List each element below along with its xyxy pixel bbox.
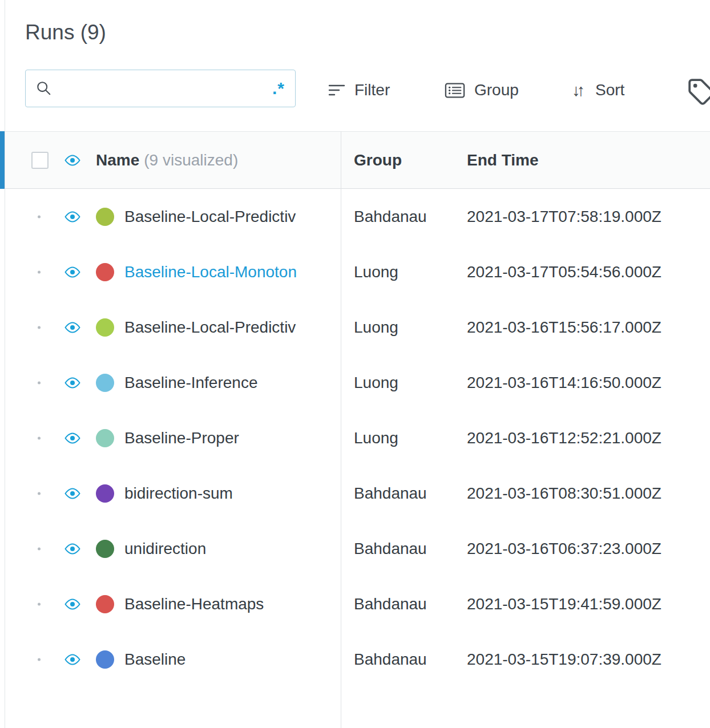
run-end-time: 2021-03-17T07:58:19.000Z xyxy=(467,208,661,226)
sort-button[interactable]: ↓↑ Sort xyxy=(572,74,624,106)
sort-icon: ↓↑ xyxy=(572,81,582,100)
visibility-toggle-icon[interactable] xyxy=(64,653,81,665)
run-end-time: 2021-03-15T19:41:59.000Z xyxy=(467,595,661,613)
run-group: Luong xyxy=(354,263,398,281)
run-row[interactable]: Baseline-Local-Predictiv Luong 2021-03-1… xyxy=(5,300,710,355)
run-group: Luong xyxy=(354,318,398,337)
run-name[interactable]: unidirection xyxy=(124,540,341,558)
run-name[interactable]: Baseline-Local-Monoton xyxy=(124,263,341,281)
group-icon xyxy=(445,83,465,98)
filter-button[interactable]: Filter xyxy=(328,74,390,106)
drag-handle-dot[interactable] xyxy=(38,436,41,439)
visibility-all-icon[interactable] xyxy=(64,154,81,166)
page-title: Runs (9) xyxy=(25,21,106,45)
run-name[interactable]: Baseline-Inference xyxy=(124,374,341,392)
visibility-toggle-icon[interactable] xyxy=(64,432,81,444)
group-button[interactable]: Group xyxy=(445,74,519,106)
run-name[interactable]: Baseline-Local-Predictiv xyxy=(124,318,341,337)
run-group: Luong xyxy=(354,374,398,392)
drag-handle-dot[interactable] xyxy=(38,492,41,495)
regex-toggle-icon[interactable]: .* xyxy=(272,80,285,97)
drag-handle-dot[interactable] xyxy=(38,547,41,550)
run-end-time: 2021-03-15T19:07:39.000Z xyxy=(467,650,661,669)
run-group: Bahdanau xyxy=(354,650,427,669)
run-name[interactable]: Baseline-Heatmaps xyxy=(124,595,341,613)
run-group: Luong xyxy=(354,429,398,447)
visualized-count: (9 visualized) xyxy=(144,151,238,169)
run-name[interactable]: bidirection-sum xyxy=(124,484,341,503)
run-end-time: 2021-03-16T12:52:21.000Z xyxy=(467,429,661,447)
run-color-dot xyxy=(96,429,114,447)
drag-handle-dot[interactable] xyxy=(38,326,41,329)
drag-handle-dot[interactable] xyxy=(38,215,41,218)
run-color-dot xyxy=(96,595,114,613)
visibility-toggle-icon[interactable] xyxy=(64,543,81,555)
runs-table-header: Name(9 visualized) Group End Time xyxy=(5,131,710,189)
runs-panel: Runs (9) .* Filter xyxy=(0,0,710,728)
run-color-dot xyxy=(96,318,114,337)
tag-icon[interactable] xyxy=(687,78,710,104)
run-row[interactable]: unidirection Bahdanau 2021-03-16T06:37:2… xyxy=(5,521,710,576)
column-header-end-time[interactable]: End Time xyxy=(467,151,539,169)
run-color-dot xyxy=(96,263,114,281)
visibility-toggle-icon[interactable] xyxy=(64,266,81,278)
run-row[interactable]: Baseline-Local-Monoton Luong 2021-03-17T… xyxy=(5,244,710,300)
select-all-checkbox[interactable] xyxy=(31,152,49,169)
sort-label: Sort xyxy=(595,81,624,99)
visibility-toggle-icon[interactable] xyxy=(64,598,81,610)
run-group: Bahdanau xyxy=(354,208,427,226)
filter-icon xyxy=(328,83,345,97)
run-color-dot xyxy=(96,650,114,669)
run-row[interactable]: Baseline-Heatmaps Bahdanau 2021-03-15T19… xyxy=(5,576,710,632)
run-color-dot xyxy=(96,540,114,558)
search-icon xyxy=(36,80,52,96)
visibility-toggle-icon[interactable] xyxy=(64,377,81,389)
drag-handle-dot[interactable] xyxy=(38,381,41,384)
column-header-group[interactable]: Group xyxy=(354,151,402,169)
run-group: Bahdanau xyxy=(354,484,427,503)
filter-label: Filter xyxy=(354,81,390,99)
run-color-dot xyxy=(96,374,114,392)
runs-table-body: Baseline-Local-Predictiv Bahdanau 2021-0… xyxy=(5,189,710,687)
run-end-time: 2021-03-17T05:54:56.000Z xyxy=(467,263,661,281)
visibility-toggle-icon[interactable] xyxy=(64,321,81,333)
run-name[interactable]: Baseline-Local-Predictiv xyxy=(124,208,341,226)
run-end-time: 2021-03-16T08:30:51.000Z xyxy=(467,484,661,503)
run-name[interactable]: Baseline-Proper xyxy=(124,429,341,447)
run-end-time: 2021-03-16T15:56:17.000Z xyxy=(467,318,661,337)
drag-handle-dot[interactable] xyxy=(38,270,41,273)
drag-handle-dot[interactable] xyxy=(38,602,41,605)
run-end-time: 2021-03-16T06:37:23.000Z xyxy=(467,540,661,558)
drag-handle-dot[interactable] xyxy=(38,658,41,661)
run-end-time: 2021-03-16T14:16:50.000Z xyxy=(467,374,661,392)
column-header-name-label: Name xyxy=(96,151,139,169)
run-row[interactable]: Baseline-Local-Predictiv Bahdanau 2021-0… xyxy=(5,189,710,244)
header-accent-bar xyxy=(0,131,5,189)
visibility-toggle-icon[interactable] xyxy=(64,211,81,223)
run-row[interactable]: Baseline-Proper Luong 2021-03-16T12:52:2… xyxy=(5,410,710,466)
column-header-name[interactable]: Name(9 visualized) xyxy=(96,151,238,169)
search-box[interactable]: .* xyxy=(25,70,296,107)
visibility-toggle-icon[interactable] xyxy=(64,487,81,499)
group-label: Group xyxy=(474,81,519,99)
run-row[interactable]: Baseline Bahdanau 2021-03-15T19:07:39.00… xyxy=(5,632,710,687)
search-input[interactable] xyxy=(60,79,272,98)
run-row[interactable]: bidirection-sum Bahdanau 2021-03-16T08:3… xyxy=(5,466,710,521)
run-row[interactable]: Baseline-Inference Luong 2021-03-16T14:1… xyxy=(5,355,710,410)
run-group: Bahdanau xyxy=(354,595,427,613)
run-name[interactable]: Baseline xyxy=(124,650,341,669)
run-color-dot xyxy=(96,484,114,503)
run-color-dot xyxy=(96,208,114,226)
run-group: Bahdanau xyxy=(354,540,427,558)
